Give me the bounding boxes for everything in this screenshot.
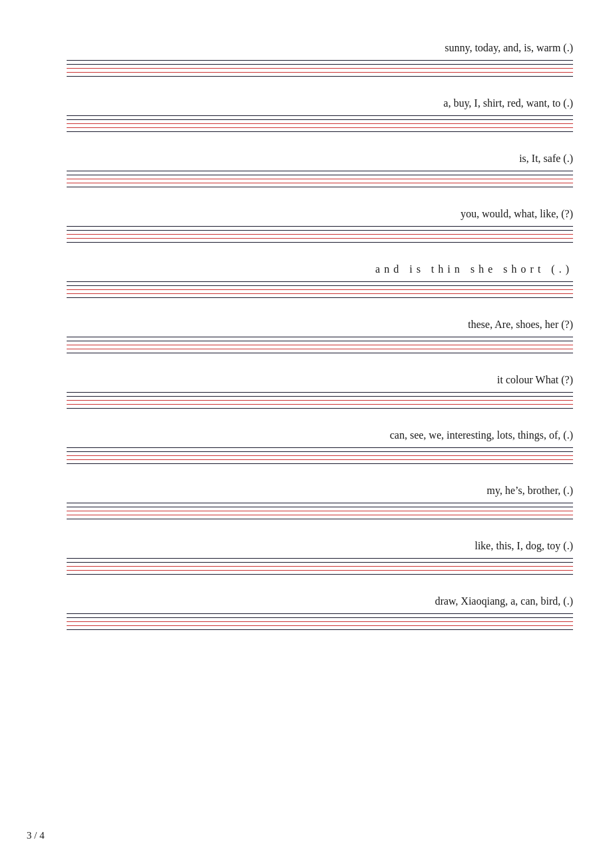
write-line-red	[67, 183, 573, 183]
lines-22	[27, 115, 586, 132]
write-line	[67, 131, 573, 132]
page-container: sunny, today, and, is, warm (.) a, buy, …	[0, 0, 613, 868]
write-line	[67, 64, 573, 65]
lines-25	[27, 281, 586, 298]
write-line-red	[67, 293, 573, 294]
write-line	[67, 187, 573, 187]
write-line-red	[67, 349, 573, 349]
write-line	[67, 447, 573, 448]
write-line-red	[67, 72, 573, 73]
exercise-item-29: my, he’s, brother, (.)	[27, 483, 586, 519]
lines-27	[27, 392, 586, 409]
write-line-red	[67, 345, 573, 345]
write-line-red	[67, 625, 573, 626]
exercise-item-31: draw, Xiaoqiang, a, can, bird, (.)	[27, 593, 586, 630]
write-line-red	[67, 621, 573, 622]
write-line-red	[67, 404, 573, 405]
lines-26	[27, 337, 586, 353]
write-line	[67, 175, 573, 175]
write-line-red	[67, 238, 573, 239]
prompt-30: like, this, I, dog, toy (.)	[27, 538, 586, 554]
prompt-28: can, see, we, interesting, lots, things,…	[27, 427, 586, 443]
write-line	[67, 76, 573, 77]
prompt-25: and is thin she short (.)	[27, 261, 586, 277]
write-line-red	[67, 570, 573, 571]
write-line	[67, 171, 573, 171]
prompt-29: my, he’s, brother, (.)	[27, 483, 586, 499]
write-line	[67, 119, 573, 120]
write-line	[67, 451, 573, 452]
write-line-red	[67, 123, 573, 124]
prompt-26: these, Are, shoes, her (?)	[27, 317, 586, 333]
prompt-21: sunny, today, and, is, warm (.)	[27, 40, 586, 56]
write-line	[67, 519, 573, 519]
exercise-item-25: and is thin she short (.)	[27, 261, 586, 298]
write-line	[67, 562, 573, 563]
write-line	[67, 337, 573, 337]
lines-30	[27, 558, 586, 575]
lines-31	[27, 613, 586, 630]
lines-28	[27, 447, 586, 464]
exercise-item-27: it colour What (?)	[27, 372, 586, 409]
lines-23	[27, 171, 586, 187]
write-line	[67, 396, 573, 397]
lines-21	[27, 60, 586, 77]
exercise-item-30: like, this, I, dog, toy (.)	[27, 538, 586, 575]
prompt-31: draw, Xiaoqiang, a, can, bird, (.)	[27, 593, 586, 609]
write-line	[67, 353, 573, 353]
write-line	[67, 281, 573, 282]
write-line	[67, 574, 573, 575]
write-line-red	[67, 234, 573, 235]
write-line	[67, 558, 573, 559]
prompt-24: you, would, what, like, (?)	[27, 206, 586, 222]
write-line	[67, 503, 573, 503]
write-line-red	[67, 289, 573, 290]
lines-29	[27, 503, 586, 519]
write-line	[67, 392, 573, 393]
write-line	[67, 463, 573, 464]
exercise-item-23: is, It, safe (.)	[27, 151, 586, 187]
write-line	[67, 341, 573, 341]
write-line-red	[67, 515, 573, 515]
write-line	[67, 507, 573, 507]
write-line	[67, 285, 573, 286]
write-line	[67, 629, 573, 630]
lines-24	[27, 226, 586, 243]
page-number: 3 / 4	[27, 830, 45, 841]
write-line	[67, 230, 573, 231]
prompt-22: a, buy, I, shirt, red, want, to (.)	[27, 95, 586, 111]
write-line-red	[67, 566, 573, 567]
write-line	[67, 226, 573, 227]
write-line-red	[67, 127, 573, 128]
write-line	[67, 242, 573, 243]
exercise-item-24: you, would, what, like, (?)	[27, 206, 586, 243]
write-line	[67, 613, 573, 614]
exercise-item-21: sunny, today, and, is, warm (.)	[27, 40, 586, 77]
exercise-item-22: a, buy, I, shirt, red, want, to (.)	[27, 95, 586, 132]
write-line	[67, 408, 573, 409]
write-line-red	[67, 455, 573, 456]
write-line	[67, 115, 573, 116]
exercise-item-28: can, see, we, interesting, lots, things,…	[27, 427, 586, 464]
prompt-27: it colour What (?)	[27, 372, 586, 388]
write-line-red	[67, 179, 573, 179]
write-line	[67, 617, 573, 618]
write-line	[67, 297, 573, 298]
write-line-red	[67, 511, 573, 511]
write-line-red	[67, 400, 573, 401]
write-line	[67, 60, 573, 61]
prompt-23: is, It, safe (.)	[27, 151, 586, 167]
write-line-red	[67, 68, 573, 69]
write-line-red	[67, 459, 573, 460]
exercise-item-26: these, Are, shoes, her (?)	[27, 317, 586, 353]
